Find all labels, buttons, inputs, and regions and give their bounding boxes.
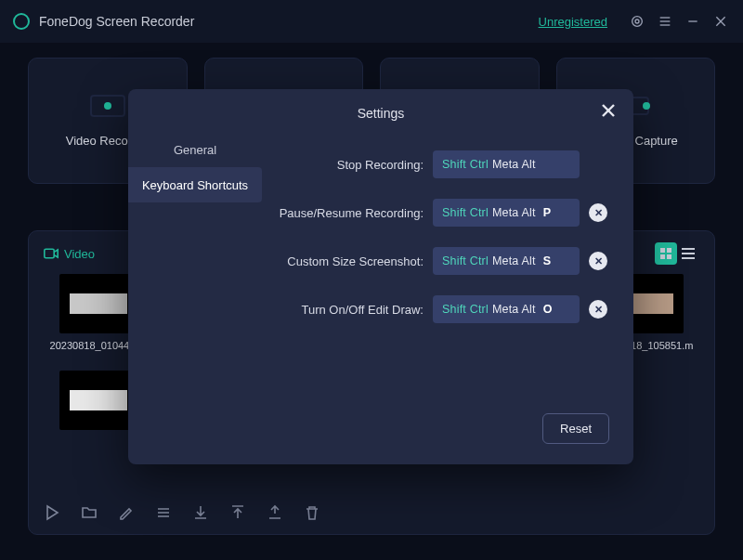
sidebar-item-label: General	[174, 143, 216, 157]
close-icon[interactable]	[711, 12, 730, 31]
svg-point-13	[643, 102, 650, 110]
share-icon[interactable]	[267, 504, 285, 523]
shortcut-label: Pause/Resume Recording:	[271, 206, 424, 220]
shortcut-label: Stop Recording:	[271, 158, 424, 172]
svg-rect-19	[682, 248, 695, 250]
minimize-icon[interactable]	[684, 12, 702, 31]
shortcut-label: Custom Size Screenshot:	[271, 254, 424, 268]
tab-video-label: Video	[64, 247, 95, 261]
settings-icon[interactable]	[628, 12, 646, 31]
app-title: FoneDog Screen Recorder	[39, 14, 194, 29]
svg-point-0	[632, 17, 643, 27]
svg-rect-15	[660, 248, 665, 253]
svg-point-1	[635, 20, 639, 23]
shortcut-row: Stop Recording: Shift Ctrl Meta Alt	[271, 150, 615, 178]
view-toggle	[655, 242, 699, 265]
shortcut-input[interactable]: Shift Ctrl Meta Alt	[433, 150, 580, 178]
svg-rect-21	[682, 257, 695, 259]
reset-button[interactable]: Reset	[542, 413, 609, 444]
shortcut-input[interactable]: Shift Ctrl Meta Alt O	[433, 295, 580, 323]
sidebar-item-shortcuts[interactable]: Keyboard Shortcuts	[128, 167, 262, 202]
sliders-icon[interactable]	[155, 504, 174, 523]
app-logo-icon	[13, 13, 30, 30]
video-recorder-icon	[89, 94, 126, 121]
svg-rect-18	[667, 254, 671, 259]
trash-icon[interactable]	[304, 504, 322, 523]
unregistered-link[interactable]: Unregistered	[539, 15, 607, 29]
folder-icon[interactable]	[81, 504, 99, 523]
clear-shortcut-icon[interactable]: ✕	[589, 203, 607, 222]
edit-icon[interactable]	[118, 504, 137, 523]
shortcut-row: Pause/Resume Recording: Shift Ctrl Meta …	[271, 199, 615, 227]
shortcut-input[interactable]: Shift Ctrl Meta Alt P	[433, 199, 580, 227]
shortcuts-pane: Stop Recording: Shift Ctrl Meta Alt Paus…	[271, 150, 615, 323]
svg-point-9	[104, 102, 111, 110]
upload-icon[interactable]	[229, 504, 248, 523]
download-icon[interactable]	[192, 504, 211, 523]
svg-rect-14	[45, 249, 54, 258]
sidebar-item-label: Keyboard Shortcuts	[142, 178, 248, 192]
clear-shortcut-icon[interactable]: ✕	[589, 300, 607, 319]
svg-rect-16	[667, 248, 671, 253]
svg-rect-17	[660, 254, 665, 259]
clear-shortcut-icon[interactable]: ✕	[589, 252, 607, 270]
grid-view-icon[interactable]	[655, 242, 677, 265]
list-view-icon[interactable]	[677, 242, 699, 265]
play-icon[interactable]	[44, 504, 62, 523]
shortcut-input[interactable]: Shift Ctrl Meta Alt S	[433, 247, 580, 275]
settings-sidebar: General Keyboard Shortcuts	[128, 132, 262, 204]
library-actions	[44, 504, 322, 523]
menu-icon[interactable]	[656, 12, 674, 31]
shortcut-label: Turn On/Off Edit Draw:	[271, 303, 424, 317]
titlebar: FoneDog Screen Recorder Unregistered	[0, 0, 743, 43]
settings-modal: Settings General Keyboard Shortcuts Stop…	[128, 89, 633, 464]
shortcut-row: Turn On/Off Edit Draw: Shift Ctrl Meta A…	[271, 295, 615, 323]
shortcut-row: Custom Size Screenshot: Shift Ctrl Meta …	[271, 247, 615, 275]
svg-rect-20	[682, 253, 695, 254]
sidebar-item-general[interactable]: General	[128, 132, 262, 167]
tab-video[interactable]: Video	[44, 247, 95, 261]
reset-label: Reset	[560, 422, 592, 436]
modal-title: Settings	[128, 106, 633, 121]
modal-close-icon[interactable]	[602, 104, 619, 121]
